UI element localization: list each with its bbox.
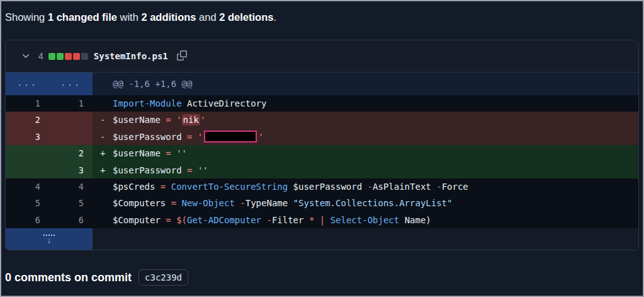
code-token: $userPassword [288, 182, 367, 192]
code-token: = ' [166, 115, 181, 125]
diffstat-count: 4 [38, 51, 43, 61]
diffstat-square [73, 53, 80, 60]
hunk-new-dots: ... [49, 73, 93, 95]
expand-down-button[interactable]: ↓ [6, 228, 93, 250]
code-token: = [171, 198, 182, 208]
old-line-number[interactable]: 2 [6, 112, 49, 128]
diff-marker: + [100, 162, 113, 178]
old-line-number[interactable]: 4 [6, 178, 49, 195]
diff-marker: - [100, 112, 113, 128]
code-token: $psCreds [113, 182, 161, 192]
diff-marker: + [100, 145, 113, 161]
code-token: = ' [187, 132, 203, 142]
diff-row-add: 3+$userPassword = '' [6, 162, 638, 178]
code-token: ' [258, 132, 263, 142]
code-line: -$userPassword = '' [93, 129, 638, 145]
diff-row-context: 44 $psCreds = ConvertTo-SecureString $us… [6, 178, 638, 195]
code-token: '' [176, 148, 187, 158]
code-token: Select-Object [330, 215, 400, 225]
code-token: $Computer [113, 215, 166, 225]
code-token: ConvertTo-SecureString [171, 182, 288, 192]
code-line: Import-Module ActiveDirectory [93, 95, 638, 112]
code-token: $( [176, 215, 187, 225]
hunk-gutter: ... ... [6, 73, 93, 95]
code-token: '' [198, 165, 208, 175]
code-token: TypeName [246, 198, 293, 208]
old-line-number[interactable]: 5 [6, 195, 49, 211]
summary-deletions: 2 deletions [219, 11, 273, 23]
code-token: ' [200, 115, 205, 125]
old-line-number[interactable] [6, 145, 49, 161]
old-line-number[interactable]: 6 [6, 212, 49, 228]
code-token: - [266, 215, 271, 225]
code-token: * | [309, 215, 330, 225]
hunk-header-text: @@ -1,6 +1,6 @@ [93, 73, 638, 95]
old-line-number[interactable]: 3 [6, 129, 49, 145]
new-line-number[interactable]: 3 [49, 162, 93, 178]
code-token: "System.Collections.ArrayList" [293, 198, 453, 208]
old-line-number[interactable] [6, 162, 49, 178]
old-line-number[interactable]: 1 [6, 95, 49, 112]
code-token: Force [442, 182, 468, 192]
comments-bar: 0 comments on commit c3c239d [5, 269, 643, 286]
code-token: - [368, 182, 373, 192]
diffstat-square [57, 53, 64, 60]
diff-row-context: 11 Import-Module ActiveDirectory [6, 95, 638, 112]
code-token: - [240, 198, 245, 208]
summary-text: and [196, 11, 220, 23]
diff-row-add: 2+$userName = '' [6, 145, 638, 161]
new-line-number[interactable]: 4 [49, 178, 93, 195]
hunk-old-dots: ... [6, 73, 49, 95]
new-line-number[interactable] [49, 112, 93, 128]
new-line-number[interactable]: 6 [49, 212, 93, 228]
new-line-number[interactable] [49, 129, 93, 145]
code-token: ActiveDirectory [182, 98, 267, 108]
code-token: Get-ADComputer [187, 215, 261, 225]
summary-text: . [273, 11, 276, 23]
chevron-down-icon[interactable] [21, 51, 31, 61]
diff-marker [100, 212, 113, 228]
diffstat-square [48, 53, 55, 60]
diff-marker: - [100, 129, 113, 145]
code-token: $userPassword [113, 132, 187, 142]
code-token: nik [182, 114, 200, 125]
code-token: New-Object [182, 198, 235, 208]
comments-count-text: 0 comments on commit [5, 271, 132, 284]
code-token: $userName [113, 115, 166, 125]
diff-rows: 11 Import-Module ActiveDirectory2-$userN… [6, 95, 638, 228]
code-token: $userName [113, 148, 166, 158]
code-line: $Computers = New-Object -TypeName "Syste… [93, 195, 638, 211]
code-token: $Computers [113, 198, 171, 208]
code-token: Import-Module [113, 98, 182, 108]
code-token: - [436, 182, 441, 192]
summary-changed-files: 1 changed file [48, 11, 117, 23]
file-name-link[interactable]: SystemInfo.ps1 [94, 51, 168, 61]
diff-panel: 4 SystemInfo.ps1 ... ... @@ -1,6 +1,6 @@… [5, 40, 639, 250]
code-line: +$userName = '' [93, 145, 638, 161]
code-token: AsPlainText [373, 182, 436, 192]
code-token: Name) [399, 215, 431, 225]
copy-file-path-button[interactable] [176, 49, 188, 64]
code-token: Filter [272, 215, 309, 225]
diff-row-context: 55 $Computers = New-Object -TypeName "Sy… [6, 195, 638, 211]
diff-marker [100, 195, 113, 211]
diff-marker [100, 95, 113, 112]
new-line-number[interactable]: 2 [49, 145, 93, 161]
new-line-number[interactable]: 1 [49, 95, 93, 112]
redacted-password-overlay [204, 131, 257, 143]
summary-bar: Showing 1 changed file with 2 additions … [1, 1, 643, 25]
code-line: $Computer = $(Get-ADComputer -Filter * |… [93, 212, 638, 228]
diff-row-del: 2-$userName = 'nik' [6, 112, 638, 128]
expand-row: ↓ [6, 228, 638, 250]
summary-additions: 2 additions [141, 11, 196, 23]
copy-icon [177, 50, 187, 62]
new-line-number[interactable]: 5 [49, 195, 93, 211]
expand-down-icon: ↓ [43, 235, 55, 243]
code-token: = [166, 215, 176, 225]
code-line: -$userName = 'nik' [93, 112, 638, 128]
diff-marker [100, 178, 113, 195]
code-token: = [187, 165, 198, 175]
code-token: $userPassword [113, 165, 187, 175]
diff-row-del: 3-$userPassword = '' [6, 129, 638, 145]
code-line: +$userPassword = '' [93, 162, 638, 178]
